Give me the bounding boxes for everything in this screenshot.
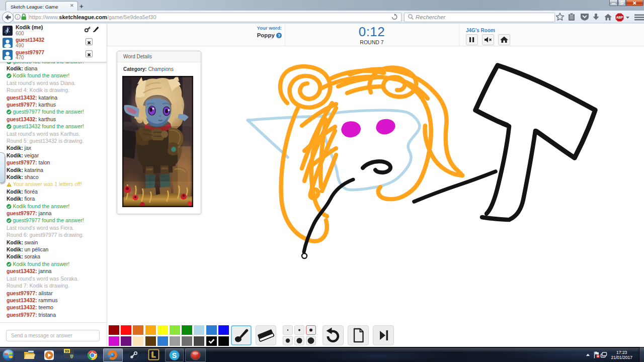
svg-text:i: i bbox=[17, 15, 19, 20]
svg-text:S: S bbox=[172, 351, 177, 359]
svg-text:ABP: ABP bbox=[616, 16, 623, 19]
svg-text:?: ? bbox=[278, 33, 280, 38]
svg-text:99: 99 bbox=[65, 349, 69, 353]
